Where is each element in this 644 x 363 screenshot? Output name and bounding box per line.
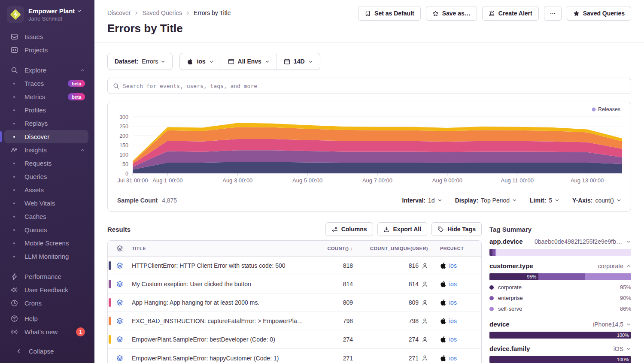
sidebar-item-help[interactable]: Help bbox=[4, 312, 88, 325]
breadcrumb-item[interactable]: Saved Queries bbox=[142, 9, 182, 16]
user-icon[interactable] bbox=[422, 281, 428, 287]
sidebar-item-assets[interactable]: Assets bbox=[4, 183, 88, 197]
sidebar-item-traces[interactable]: Tracesbeta bbox=[4, 77, 88, 90]
tag-distribution-bar[interactable]: 100% bbox=[489, 356, 631, 363]
sidebar-item-user-feedback[interactable]: User Feedback bbox=[4, 283, 88, 296]
sidebar-item-explore[interactable]: Explore bbox=[4, 64, 88, 77]
tag-breakdown-row[interactable]: corporate95% bbox=[489, 282, 631, 293]
bullet-icon bbox=[10, 189, 18, 191]
sidebar-item-metrics[interactable]: Metricsbeta bbox=[4, 90, 88, 103]
chevron-up-icon[interactable] bbox=[80, 68, 85, 73]
row-title[interactable]: App Hanging: App hanging for at least 20… bbox=[132, 299, 312, 306]
date-range-filter[interactable]: 14D bbox=[276, 53, 320, 70]
chevron-right-icon bbox=[134, 11, 139, 15]
sidebar-item-what-s-new[interactable]: What's new1 bbox=[4, 325, 88, 339]
set-as-default-button[interactable]: Set as Default bbox=[358, 6, 421, 21]
project-link[interactable]: ios bbox=[449, 355, 457, 362]
create-alert-button[interactable]: Create Alert bbox=[482, 6, 539, 21]
table-row[interactable]: My Custom exeption: User clicked the but… bbox=[108, 275, 481, 293]
sidebar-item-caches[interactable]: Caches bbox=[4, 210, 88, 223]
table-row[interactable]: EmpowerPlant.SampleError: happyCustomer … bbox=[108, 349, 481, 363]
tag-value-toggle[interactable]: iOS bbox=[614, 345, 631, 352]
org-switcher[interactable]: Empower Plant Jane Schmidt bbox=[0, 0, 94, 27]
row-title[interactable]: HTTPClientError: HTTP Client Error with … bbox=[132, 262, 312, 269]
user-icon[interactable] bbox=[422, 318, 428, 324]
control-value: Top Period bbox=[481, 197, 510, 204]
table-row[interactable]: EXC_BAD_INSTRUCTION: captureFatalError: … bbox=[108, 312, 481, 330]
save-as-button[interactable]: Save as… bbox=[426, 6, 477, 21]
sidebar-item-replays[interactable]: Replays bbox=[4, 117, 88, 130]
tag-breakdown-row[interactable]: enterprise90% bbox=[489, 293, 631, 303]
legend-dot bbox=[489, 296, 494, 300]
sidebar-collapse[interactable]: Collapse bbox=[4, 345, 88, 358]
more-options-button[interactable] bbox=[544, 6, 562, 21]
user-icon[interactable] bbox=[422, 263, 428, 269]
chevron-up-icon[interactable] bbox=[80, 148, 85, 153]
sidebar-item-profiles[interactable]: Profiles bbox=[4, 103, 88, 117]
sidebar-item-insights[interactable]: Insights bbox=[4, 143, 88, 157]
bar-percent-label: 100% bbox=[617, 357, 631, 362]
project-link[interactable]: ios bbox=[449, 336, 457, 343]
chevron-down-icon bbox=[209, 59, 214, 64]
chevron-up-icon bbox=[626, 263, 631, 269]
breadcrumb-item[interactable]: Errors by Title bbox=[194, 9, 231, 16]
column-header-title[interactable]: TITLE bbox=[132, 246, 312, 251]
column-header-project[interactable]: PROJECT bbox=[434, 246, 481, 251]
project-link[interactable]: ios bbox=[449, 262, 457, 269]
user-icon[interactable] bbox=[422, 355, 428, 361]
export-all-button[interactable]: Export All bbox=[377, 222, 428, 236]
tag-distribution-bar[interactable]: 100% bbox=[489, 332, 631, 339]
row-title[interactable]: EmpowerPlant.SampleError: bestDeveloper … bbox=[132, 336, 312, 343]
clock-icon bbox=[10, 299, 18, 307]
row-title[interactable]: EXC_BAD_INSTRUCTION: captureFatalError: … bbox=[132, 318, 312, 324]
interval-control[interactable]: Interval:1d bbox=[402, 197, 442, 204]
svg-text:Aug 1 00:00: Aug 1 00:00 bbox=[152, 177, 182, 184]
user-icon[interactable] bbox=[422, 299, 428, 306]
sidebar-item-discover[interactable]: Discover bbox=[4, 130, 88, 143]
row-title[interactable]: My Custom exeption: User clicked the but… bbox=[132, 281, 312, 287]
breadcrumb-item[interactable]: Discover bbox=[107, 9, 131, 16]
sidebar-item-performance[interactable]: Performance bbox=[4, 270, 88, 283]
hide-tags-button[interactable]: Hide Tags bbox=[431, 222, 482, 236]
display-control[interactable]: Display:Top Period bbox=[455, 197, 517, 204]
table-row[interactable]: EmpowerPlant.SampleError: bestDeveloper … bbox=[108, 330, 481, 349]
y-axis-control[interactable]: Y-Axis:count() bbox=[572, 197, 621, 204]
ellipsis-icon bbox=[550, 10, 556, 17]
environment-filter[interactable]: All Envs bbox=[221, 53, 276, 70]
sidebar-item-queues[interactable]: Queues bbox=[4, 223, 88, 236]
tag-distribution-bar[interactable]: 95% bbox=[489, 273, 631, 280]
search-bar bbox=[107, 78, 631, 94]
column-header-count-unique[interactable]: COUNT_UNIQUE(USER) bbox=[359, 246, 434, 251]
chart-card: 050100150200250300Jul 31 00:00Aug 1 00:0… bbox=[107, 102, 631, 212]
tag-distribution-bar[interactable] bbox=[489, 249, 631, 256]
tag-value-toggle[interactable]: iPhone14,5 bbox=[593, 321, 631, 328]
sidebar-item-issues[interactable]: Issues bbox=[4, 30, 88, 43]
dataset-selector[interactable]: Dataset: Errors bbox=[107, 53, 173, 70]
sidebar-item-crons[interactable]: Crons bbox=[4, 296, 88, 310]
column-header-count[interactable]: COUNT() ↓ bbox=[312, 246, 359, 251]
sidebar-item-requests[interactable]: Requests bbox=[4, 157, 88, 170]
row-title[interactable]: EmpowerPlant.SampleError: happyCustomer … bbox=[132, 355, 312, 362]
breakdown-percent: 90% bbox=[620, 295, 631, 301]
columns-button[interactable]: Columns bbox=[325, 222, 373, 236]
table-row[interactable]: App Hanging: App hanging for at least 20… bbox=[108, 293, 481, 312]
project-filter[interactable]: ios bbox=[180, 53, 220, 70]
sidebar-item-mobile-screens[interactable]: Mobile Screens bbox=[4, 236, 88, 250]
user-icon[interactable] bbox=[422, 336, 428, 343]
saved-queries-button[interactable]: Saved Queries bbox=[567, 6, 631, 21]
tag-breakdown-row[interactable]: self-serve86% bbox=[489, 303, 631, 314]
sidebar-item-web-vitals[interactable]: Web Vitals bbox=[4, 197, 88, 210]
sidebar-item-llm-monitoring[interactable]: LLM Monitoring bbox=[4, 250, 88, 263]
table-row[interactable]: HTTPClientError: HTTP Client Error with … bbox=[108, 257, 481, 275]
tag-value-toggle[interactable]: 0baebc0de4982f1255f2e9e9fb7… bbox=[535, 238, 631, 245]
sidebar-item-queries[interactable]: Queries bbox=[4, 170, 88, 183]
sliders-icon bbox=[331, 226, 338, 233]
bullet-icon bbox=[10, 256, 18, 257]
limit-control[interactable]: Limit:5 bbox=[530, 197, 559, 204]
project-link[interactable]: ios bbox=[449, 281, 457, 287]
tag-value-toggle[interactable]: corporate bbox=[598, 263, 631, 269]
project-link[interactable]: ios bbox=[449, 299, 457, 306]
sidebar-item-projects[interactable]: Projects bbox=[4, 43, 88, 57]
search-input[interactable] bbox=[123, 83, 626, 89]
project-link[interactable]: ios bbox=[449, 318, 457, 324]
